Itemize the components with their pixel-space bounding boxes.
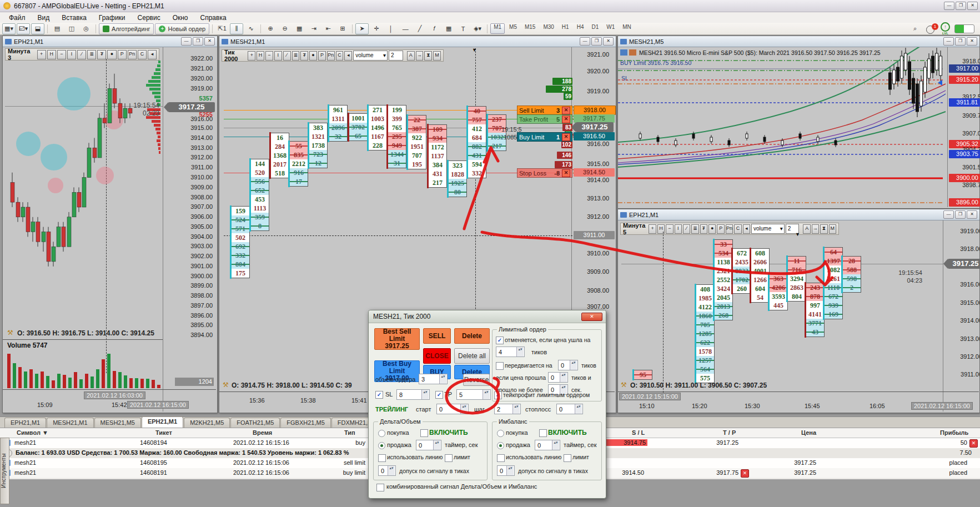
left-chart-panel-title-bar[interactable]: EPH21,M1—❐✕: [3, 36, 217, 47]
left-chart-panel-minimize-button[interactable]: —: [181, 37, 192, 46]
left-chart-tool-Pn[interactable]: Pn: [128, 50, 137, 59]
left-chart-tool-C[interactable]: C: [138, 50, 147, 59]
br-cluster-panel-minimize-button[interactable]: —: [943, 210, 954, 219]
market-watch-button[interactable]: ⬓: [31, 23, 44, 34]
tr-chart-panel-minimize-button[interactable]: —: [943, 37, 954, 46]
timeframe-M30[interactable]: M30: [540, 23, 557, 34]
column-header-Тип[interactable]: Тип: [344, 429, 355, 436]
timeframe-M1[interactable]: M1: [490, 23, 505, 34]
order-volume-spinner[interactable]: 3: [419, 374, 448, 384]
chart-tab-EPH21,M1-3[interactable]: EPH21,M1: [142, 416, 183, 428]
br-cluster-tool-P[interactable]: P: [717, 224, 724, 234]
delete-all-button[interactable]: Delete all: [454, 348, 490, 364]
reverse-button[interactable]: Reverse: [463, 374, 490, 386]
mid-cluster-tool-I[interactable]: I: [274, 51, 282, 61]
mid-cluster-tool-₮[interactable]: ₮: [300, 51, 308, 61]
scale-fix-button[interactable]: ⇱1: [215, 23, 229, 34]
combined-signal-checkbox[interactable]: [376, 484, 384, 491]
order-cancel-icon[interactable]: ✕: [562, 133, 570, 141]
tp-checkbox[interactable]: ✓: [435, 391, 443, 399]
br-cluster-tool-H[interactable]: H: [657, 224, 665, 234]
left-chart-tool-₮[interactable]: ₮: [97, 50, 106, 59]
grid-button[interactable]: ⊞: [336, 23, 349, 34]
sl-spinner[interactable]: 8: [396, 389, 430, 400]
delta-useline-checkbox[interactable]: [378, 454, 386, 462]
order-tag-stop-loss[interactable]: Stop Loss-8✕: [517, 168, 572, 178]
algo-trading-button[interactable]: Алготрейдинг: [99, 23, 154, 34]
column-header-S / L[interactable]: S / L: [632, 429, 645, 436]
menu-Графики[interactable]: Графики: [93, 13, 131, 23]
mid-cluster-mini-⧗[interactable]: ⧗: [424, 51, 432, 61]
order-dialog-title-bar[interactable]: MESH21, Тик 2000 ✕: [369, 310, 606, 323]
br-cluster-panel-maximize-button[interactable]: ❐: [955, 210, 966, 219]
candles-button[interactable]: ⫼: [230, 23, 243, 34]
left-chart-tool-H[interactable]: H: [47, 50, 56, 59]
maximize-button[interactable]: ❐: [956, 2, 966, 10]
move-checkbox[interactable]: [496, 362, 504, 370]
mid-cluster-tool-≣[interactable]: ≣: [292, 51, 300, 61]
left-chart-panel-close-button[interactable]: ✕: [204, 37, 215, 46]
order-cancel-icon[interactable]: ✕: [562, 107, 570, 114]
close-position-button[interactable]: CLOSE: [423, 348, 451, 364]
delete-order-icon[interactable]: ✕: [741, 469, 749, 478]
chart-tab-MESH21,M1-1[interactable]: MESH21,M1: [47, 418, 93, 428]
fibonacci-tool-button[interactable]: 𝑓: [428, 23, 441, 34]
timeframe-MN[interactable]: MN: [619, 23, 635, 34]
mini-table-icon[interactable]: [620, 49, 627, 56]
mid-cluster-mini-A[interactable]: A: [407, 51, 415, 61]
imb-timer-spinner[interactable]: 0: [535, 440, 560, 450]
mid-cluster-mini-→[interactable]: →: [416, 51, 424, 61]
column-header-Тикет[interactable]: Тикет: [155, 429, 172, 436]
lvl-icon[interactable]: ↑LVL: [941, 22, 950, 35]
menu-Вид[interactable]: Вид: [32, 13, 56, 23]
br-cluster-tool-C[interactable]: C: [734, 224, 741, 234]
mid-cluster-tool-Pn[interactable]: Pn: [327, 51, 335, 61]
left-chart-tool-◂[interactable]: ◂: [148, 50, 157, 59]
timeframe-M5[interactable]: M5: [506, 23, 520, 34]
best-sell-limit-button[interactable]: Best Sell Limit 3917.25: [374, 328, 420, 350]
column-header-Цена[interactable]: Цена: [801, 429, 816, 436]
auto-scroll-button[interactable]: ⇤: [321, 23, 335, 34]
text-tool-button[interactable]: T: [456, 23, 470, 34]
fibo-grid-tool-button[interactable]: ▦: [442, 23, 455, 34]
trailing-start-spinner[interactable]: 0: [436, 404, 469, 414]
chart-tab-FOATH21,M5-5[interactable]: FOATH21,M5: [230, 418, 280, 428]
menu-Файл[interactable]: Файл: [3, 13, 31, 23]
close-position-icon[interactable]: ✕: [969, 439, 978, 448]
delta-sell-radio[interactable]: [378, 442, 385, 449]
tile-windows-button[interactable]: ▦: [293, 23, 306, 34]
mid-cluster-tool-●[interactable]: ●: [309, 51, 317, 61]
new-order-button[interactable]: +Новый ордер: [155, 23, 209, 34]
imb-limit-checkbox[interactable]: [564, 454, 571, 462]
depth-of-market-button[interactable]: ▤: [51, 23, 64, 34]
delta-enable-checkbox[interactable]: [420, 429, 428, 437]
mid-cluster-tool-−[interactable]: −: [265, 51, 273, 61]
cursor-button[interactable]: ➤: [355, 23, 369, 34]
search-icon[interactable]: ⌕: [908, 23, 922, 34]
chart-tab-MESH21,M5-2[interactable]: MESH21,M5: [94, 418, 141, 428]
mini-chart-icon[interactable]: [629, 49, 636, 56]
br-cluster-volume-select[interactable]: volume▾: [751, 224, 785, 234]
left-chart-tool-P[interactable]: P: [118, 50, 127, 59]
left-chart-tool-−[interactable]: −: [57, 50, 66, 59]
zoom-out-button[interactable]: ⊖: [278, 23, 292, 34]
shift-end-button[interactable]: ⇥: [307, 23, 320, 34]
order-cancel-icon[interactable]: ✕: [562, 169, 570, 177]
br-cluster-mini-M[interactable]: M: [829, 224, 836, 234]
delta-limit-checkbox[interactable]: [445, 454, 453, 462]
tr-chart-panel-close-button[interactable]: ✕: [967, 37, 977, 46]
connection-toggle[interactable]: [954, 24, 974, 33]
chart-tab-EPH21,M1-0[interactable]: EPH21,M1: [4, 418, 46, 428]
column-header-Символ[interactable]: Символ ▼: [17, 429, 48, 436]
imb-buy-radio[interactable]: [497, 430, 504, 437]
imb-useline-checkbox[interactable]: [497, 454, 505, 462]
timeframe-D1[interactable]: D1: [588, 23, 602, 34]
br-cluster-tool-₮[interactable]: ₮: [700, 224, 707, 234]
menu-Справка[interactable]: Справка: [195, 13, 232, 23]
account-icon[interactable]: 1: [926, 24, 936, 33]
line-chart-button[interactable]: ∿: [244, 23, 258, 34]
trendline-tool-button[interactable]: ╱: [413, 23, 426, 34]
timeframe-W1[interactable]: W1: [603, 23, 618, 34]
left-chart-panel-maximize-button[interactable]: ❐: [193, 37, 203, 46]
delta-timer-spinner[interactable]: 0: [416, 440, 441, 450]
